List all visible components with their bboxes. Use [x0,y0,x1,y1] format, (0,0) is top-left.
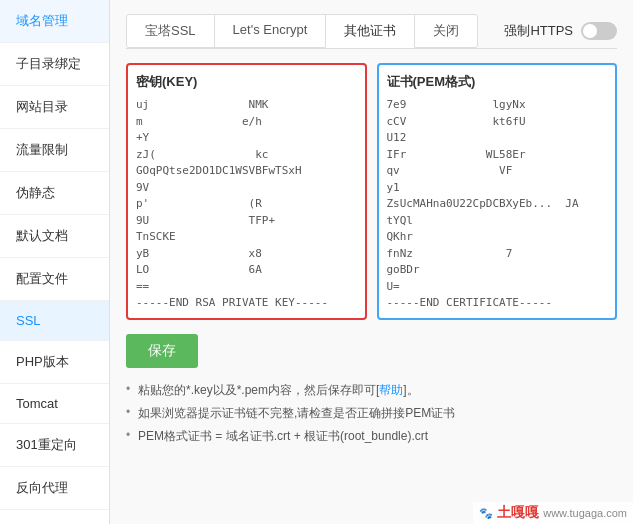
main-content: 宝塔SSL Let's Encrypt 其他证书 关闭 强制HTTPS 密钥(K… [110,0,633,524]
save-button[interactable]: 保存 [126,334,198,368]
tab-bar: 宝塔SSL Let's Encrypt 其他证书 关闭 强制HTTPS [126,14,617,49]
sidebar-item-domain[interactable]: 域名管理 [0,0,109,43]
tab-close[interactable]: 关闭 [414,14,478,48]
watermark-icon: 🐾 [479,507,493,520]
force-https-toggle[interactable] [581,22,617,40]
tab-lets-encrypt[interactable]: Let's Encrypt [214,14,327,48]
info-text-1: 如果浏览器提示证书链不完整,请检查是否正确拼接PEM证书 [138,406,455,420]
tab-other-cert[interactable]: 其他证书 [325,14,415,48]
https-section: 强制HTTPS [504,22,617,40]
watermark: 🐾 土嘎嘎 www.tugaga.com [473,502,633,524]
key-panel: 密钥(KEY) [126,63,367,320]
cert-panel: 证书(PEM格式) [377,63,618,320]
sidebar-item-webroot[interactable]: 网站目录 [0,86,109,129]
info-text-0-after: ]。 [403,383,418,397]
info-text-0: 粘贴您的*.key以及*.pem内容，然后保存即可[ [138,383,379,397]
cert-textarea[interactable] [387,97,608,307]
sidebar-item-tomcat[interactable]: Tomcat [0,384,109,424]
sidebar-item-subdir[interactable]: 子目录绑定 [0,43,109,86]
sidebar-item-proxy[interactable]: 反向代理 [0,467,109,510]
key-panel-title: 密钥(KEY) [136,73,357,91]
sidebar-item-config[interactable]: 配置文件 [0,258,109,301]
tab-baota-ssl[interactable]: 宝塔SSL [126,14,215,48]
watermark-url: www.tugaga.com [543,507,627,519]
sidebar: 域名管理 子目录绑定 网站目录 流量限制 伪静态 默认文档 配置文件 SSL P… [0,0,110,524]
info-item-2: PEM格式证书 = 域名证书.crt + 根证书(root_bundle).cr… [126,428,617,445]
help-link[interactable]: 帮助 [379,383,403,397]
sidebar-item-hotlink[interactable]: 防盗链 [0,510,109,524]
info-item-1: 如果浏览器提示证书链不完整,请检查是否正确拼接PEM证书 [126,405,617,422]
sidebar-item-ssl[interactable]: SSL [0,301,109,341]
sidebar-item-traffic[interactable]: 流量限制 [0,129,109,172]
key-textarea[interactable] [136,97,357,307]
https-label: 强制HTTPS [504,22,573,40]
sidebar-item-php[interactable]: PHP版本 [0,341,109,384]
cert-panels: 密钥(KEY) 证书(PEM格式) [126,63,617,320]
sidebar-item-rewrite[interactable]: 伪静态 [0,172,109,215]
watermark-brand: 土嘎嘎 [497,504,539,522]
info-list: 粘贴您的*.key以及*.pem内容，然后保存即可[帮助]。 如果浏览器提示证书… [126,382,617,445]
cert-panel-title: 证书(PEM格式) [387,73,608,91]
info-text-2: PEM格式证书 = 域名证书.crt + 根证书(root_bundle).cr… [138,429,428,443]
sidebar-item-default-doc[interactable]: 默认文档 [0,215,109,258]
info-item-0: 粘贴您的*.key以及*.pem内容，然后保存即可[帮助]。 [126,382,617,399]
sidebar-item-301[interactable]: 301重定向 [0,424,109,467]
tab-group: 宝塔SSL Let's Encrypt 其他证书 关闭 [126,14,477,48]
